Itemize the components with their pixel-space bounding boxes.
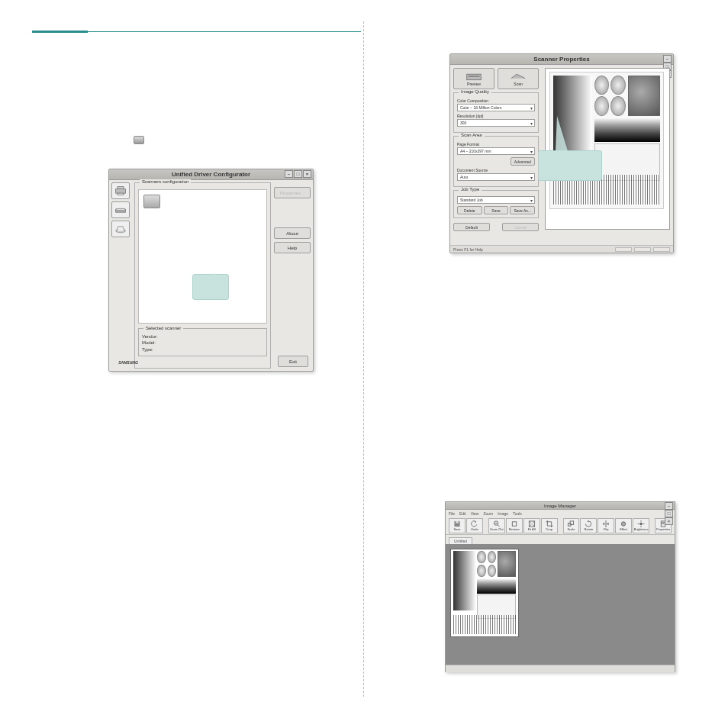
samsung-logo: SAMSUNG [114,358,143,367]
exit-button[interactable]: Exit [278,356,308,367]
im-title: Image Manager [544,504,576,508]
scan-area-legend: Scan Area [459,133,485,137]
save-as-button[interactable]: Save As... [510,206,535,214]
status-slot [653,247,670,252]
scale-tool-icon[interactable]: Scale [563,518,580,533]
resolution-label: Resolution [dpi] [457,114,535,118]
scanners-config-panel: Scanners configuration Selected scanner … [134,182,271,369]
save-button[interactable]: Save [484,206,509,214]
svg-rect-6 [467,74,482,79]
header-accent-line [88,31,361,32]
sidebar-scanner-icon[interactable] [111,201,130,218]
delete-button[interactable]: Delete [457,206,482,214]
selected-scanner-panel: Selected scanner Vendor: Model: Type: [138,328,267,356]
scanner-icon [134,136,144,144]
udc-window: Unified Driver Configurator – □ × [108,169,314,372]
im-toolbar: Save Undo Zoom Out Restore Fit All Crop … [446,517,675,535]
im-titlebar: Image Manager – □ × [446,502,675,510]
scan-label: Scan [514,82,522,86]
svg-rect-0 [118,186,124,188]
image-quality-group: Image Quality Color Composition Color – … [453,92,539,133]
im-menubar[interactable]: File Edit View Zoom Image Tools [446,510,675,517]
preview-label: Preview [467,82,481,86]
save-tool-icon[interactable]: Save [449,518,465,533]
sp-titlebar: Scanner Properties – □ × [450,54,673,65]
page-format-select[interactable]: A4 – 210x297 mm [457,147,535,155]
header-accent-bar [32,31,88,33]
fit-all-tool-icon[interactable]: Fit All [523,518,540,533]
job-type-group: Job Type Standard Job Delete Save Save A… [453,190,539,218]
zoom-out-tool-icon[interactable]: Zoom Out [488,518,505,533]
cancel-button[interactable]: Cancel [502,223,539,231]
menu-image[interactable]: Image [498,511,508,516]
help-button[interactable]: Help [274,242,311,253]
effect-tool-icon[interactable]: Effect [615,518,632,533]
default-button[interactable]: Default [453,223,490,231]
sidebar-port-icon[interactable] [111,221,130,237]
job-type-select[interactable]: Standard Job [457,196,535,204]
properties-button[interactable]: Properties... [274,187,311,198]
page-format-label: Page Format [457,142,535,147]
image-quality-legend: Image Quality [459,89,491,94]
scanner-list-item[interactable] [143,195,160,208]
svg-point-17 [622,522,626,526]
sp-title: Scanner Properties [533,56,589,63]
close-icon[interactable]: × [303,170,311,178]
maximize-icon[interactable]: □ [294,170,302,178]
preview-callout [538,150,602,181]
udc-title: Unified Driver Configurator [172,171,250,178]
image-manager-window: Image Manager – □ × File Edit View Zoom … [445,501,675,672]
svg-rect-9 [456,521,459,523]
rotate-tool-icon[interactable]: Rotate [580,518,597,533]
scan-button[interactable]: Scan [498,68,539,89]
scanner-properties-window: Scanner Properties – □ × Preview Scan Im… [449,53,674,253]
resolution-select[interactable]: 300 [457,119,535,127]
menu-zoom[interactable]: Zoom [483,511,493,516]
restore-tool-icon[interactable]: Restore [506,518,523,533]
maximize-icon[interactable]: □ [665,510,673,517]
svg-rect-2 [118,193,124,195]
menu-file[interactable]: File [449,511,455,516]
vendor-label: Vendor: [142,333,263,340]
menu-view[interactable]: View [471,511,479,516]
close-icon[interactable]: × [665,517,673,525]
scanner-list-callout [192,274,229,300]
menu-edit[interactable]: Edit [459,511,466,516]
sp-statusbar: Press F1 for Help [450,245,673,253]
about-button[interactable]: About [274,227,311,239]
status-slot [634,247,651,252]
job-type-legend: Job Type [459,187,482,192]
preview-button[interactable]: Preview [453,68,494,89]
sp-status-text: Press F1 for Help [453,247,483,252]
tab-untitled[interactable]: Untitled [449,537,472,544]
type-label: Type: [142,346,263,353]
udc-titlebar: Unified Driver Configurator – □ × [109,169,313,180]
color-composition-select[interactable]: Color – 16 Million Colors [457,104,535,111]
im-canvas[interactable] [446,544,675,665]
column-divider [363,21,364,697]
svg-point-18 [639,523,643,526]
svg-line-11 [498,524,500,527]
advanced-button[interactable]: Advanced [511,157,535,166]
selected-scanner-legend: Selected scanner [143,325,183,331]
im-image [450,549,519,637]
minimize-icon[interactable]: – [285,170,293,178]
scanners-list[interactable] [138,189,267,324]
menu-tools[interactable]: Tools [513,511,522,516]
brightness-tool-icon[interactable]: Brightness [633,518,649,533]
svg-rect-1 [116,189,126,194]
sidebar-printer-icon[interactable] [111,182,130,199]
svg-rect-13 [512,522,516,526]
doc-source-label: Document Source [457,168,535,172]
minimize-icon[interactable]: – [665,502,673,510]
color-composition-label: Color Composition [457,98,535,103]
scanners-config-legend: Scanners configuration [140,179,191,184]
im-statusbar [446,665,675,672]
scan-area-group: Scan Area Page Format A4 – 210x297 mm Ad… [453,136,539,187]
flip-tool-icon[interactable]: Flip [598,518,614,533]
undo-tool-icon[interactable]: Undo [466,518,483,533]
crop-tool-icon[interactable]: Crop [541,518,558,533]
model-label: Model: [142,340,263,346]
minimize-icon[interactable]: – [663,55,672,63]
doc-source-select[interactable]: Auto [457,173,535,181]
